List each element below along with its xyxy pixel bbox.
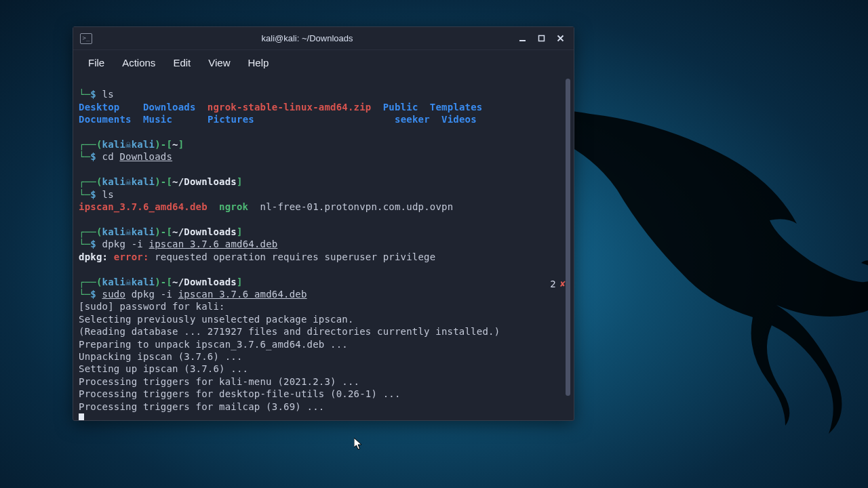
- menu-edit[interactable]: Edit: [165, 53, 199, 73]
- terminal-icon: >_: [80, 33, 92, 44]
- menubar: File Actions Edit View Help: [73, 50, 574, 75]
- minimize-button[interactable]: [515, 32, 529, 45]
- window-title: kali@kali: ~/Downloads: [99, 33, 515, 43]
- svg-rect-1: [538, 36, 544, 41]
- menu-file[interactable]: File: [80, 53, 113, 73]
- menu-help[interactable]: Help: [239, 53, 277, 73]
- scrollbar[interactable]: [566, 79, 570, 396]
- menu-actions[interactable]: Actions: [114, 53, 163, 73]
- exit-code: 2: [550, 278, 556, 290]
- terminal-window: >_ kali@kali: ~/Downloads File Actions E…: [73, 26, 574, 421]
- svg-rect-0: [519, 40, 526, 41]
- mouse-cursor: [354, 438, 365, 451]
- titlebar[interactable]: >_ kali@kali: ~/Downloads: [73, 27, 574, 50]
- terminal-body[interactable]: └─$ ls Desktop Downloads ngrok-stable-li…: [73, 75, 574, 420]
- maximize-button[interactable]: [534, 32, 548, 45]
- close-button[interactable]: [553, 32, 567, 45]
- exit-status-icon: ✘: [560, 278, 566, 290]
- cursor: [79, 413, 84, 420]
- menu-view[interactable]: View: [200, 53, 238, 73]
